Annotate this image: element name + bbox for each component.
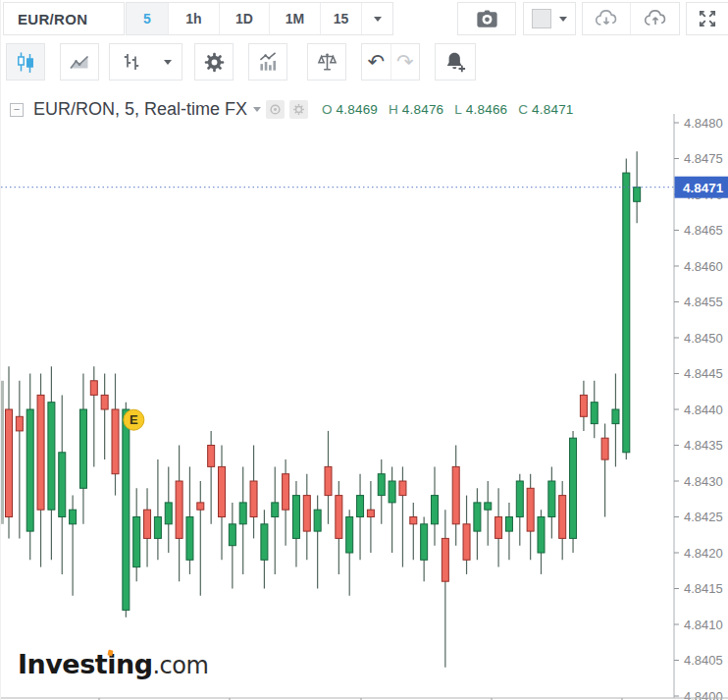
candle-down	[325, 466, 332, 495]
candle-down	[197, 503, 204, 510]
candle-down	[250, 481, 257, 517]
candle-down	[219, 466, 226, 516]
candle-up	[612, 409, 619, 424]
load-layout-button[interactable]	[583, 3, 630, 34]
axis-tick-label: 4.8440	[684, 403, 723, 417]
chevron-down-icon	[253, 107, 261, 112]
properties-chip-button[interactable]	[289, 100, 308, 119]
candle-down	[90, 381, 97, 396]
axis-tick-label: 4.8415	[684, 581, 723, 596]
undo-button[interactable]: ↶	[362, 44, 390, 80]
candlestick-chart-icon	[14, 49, 37, 75]
gear-icon	[202, 50, 227, 75]
tool-area-button[interactable]	[60, 43, 99, 81]
chart-style-dropdown[interactable]	[523, 2, 576, 35]
candle-up	[123, 409, 130, 610]
cloud-upload-icon	[641, 6, 670, 31]
settings-button[interactable]	[194, 43, 234, 81]
candle-up	[591, 403, 598, 424]
high-label: H	[389, 102, 398, 117]
logo-brand-part2: ing	[107, 649, 152, 679]
candle-down	[442, 538, 448, 581]
candlestick-chart[interactable]: 4.84804.84754.84704.84654.84604.84554.84…	[1, 86, 728, 700]
save-layout-button[interactable]	[631, 3, 679, 34]
snapshot-chip-button[interactable]	[266, 100, 285, 119]
collapse-pane-button[interactable]: −	[10, 103, 24, 117]
candle-up	[505, 517, 512, 532]
chart-type-dropdown[interactable]	[153, 44, 182, 80]
candle-down	[410, 517, 417, 524]
axis-tick-label: 4.8455	[684, 295, 723, 309]
last-price-badge-value: 4.8471	[683, 181, 724, 195]
axis-tick-label: 4.8430	[684, 474, 723, 489]
investing-logo[interactable]: Investing.com	[18, 649, 208, 679]
close-label: C	[518, 102, 528, 117]
candle-down	[176, 481, 182, 538]
snapshot-button[interactable]	[457, 2, 516, 35]
target-icon	[269, 103, 282, 116]
candle-up	[292, 496, 299, 539]
timeframe-15[interactable]: 15	[320, 3, 361, 34]
candle-down	[101, 395, 108, 409]
add-alert-button[interactable]	[435, 43, 476, 81]
timeframe-1d[interactable]: 1D	[219, 3, 269, 34]
candle-down	[495, 517, 502, 539]
style-swatch	[532, 9, 551, 28]
axis-tick-label: 4.8450	[684, 331, 723, 346]
tool-bars-button[interactable]	[110, 44, 153, 80]
candle-up	[133, 517, 140, 567]
open-value: 4.8469	[337, 102, 379, 117]
compare-button[interactable]	[307, 43, 346, 81]
timeframe-1m[interactable]: 1M	[269, 3, 320, 34]
candle-up	[421, 524, 428, 561]
candle-up	[623, 173, 630, 453]
candle-down	[283, 474, 289, 511]
candle-up	[48, 403, 55, 511]
tool-bars-group	[109, 43, 182, 81]
candle-up	[432, 496, 439, 524]
axis-tick-label: 4.8435	[684, 438, 723, 453]
candle-down	[601, 438, 608, 459]
candle-up	[346, 517, 353, 554]
timeframe-1h[interactable]: 1h	[168, 3, 219, 34]
fullscreen-button[interactable]	[686, 2, 728, 35]
partial-candle-left	[1, 381, 4, 524]
chart-title[interactable]: EUR/RON, 5, Real-time FX	[33, 99, 247, 120]
gear-icon	[292, 103, 305, 116]
axis-tick-label: 4.8460	[684, 259, 723, 274]
indicators-button[interactable]	[248, 43, 287, 81]
candle-up	[634, 188, 641, 202]
candle-up	[516, 481, 523, 517]
symbol-button[interactable]: EUR/RON	[3, 2, 125, 35]
redo-icon: ↷	[396, 52, 414, 73]
candle-up	[165, 503, 172, 524]
tool-candlestick-button[interactable]	[6, 43, 45, 81]
bar-chart-icon	[120, 49, 143, 75]
ohlc-readout: O 4.8469 H 4.8476 L 4.8466 C 4.8471	[322, 102, 585, 117]
chevron-down-icon	[164, 60, 172, 65]
scales-icon	[314, 50, 340, 75]
candle-up	[538, 517, 545, 554]
symbol-label: EUR/RON	[18, 11, 87, 27]
redo-button[interactable]: ↷	[391, 44, 420, 80]
timeframe-dropdown[interactable]	[361, 3, 392, 34]
candle-down	[303, 496, 310, 531]
candle-up	[357, 496, 364, 517]
candle-up	[70, 510, 77, 524]
open-label: O	[322, 102, 333, 117]
camera-icon	[474, 6, 500, 32]
indicators-icon	[255, 49, 281, 75]
cloud-buttons	[582, 2, 680, 35]
candle-up	[485, 503, 492, 510]
timeframe-5[interactable]: 5	[127, 3, 168, 34]
candle-down	[208, 446, 215, 467]
logo-brand-part1: Invest	[18, 649, 107, 679]
low-value: 4.8466	[466, 102, 508, 117]
chart-legend: − EUR/RON, 5, Real-time FX O	[10, 99, 585, 120]
area-chart-icon	[68, 50, 91, 74]
candle-up	[79, 409, 86, 488]
candle-down	[144, 510, 151, 538]
high-value: 4.8476	[402, 102, 444, 117]
chart-widget: EUR/RON 5 1h 1D 1M 15	[0, 0, 728, 700]
candle-up	[474, 503, 481, 531]
